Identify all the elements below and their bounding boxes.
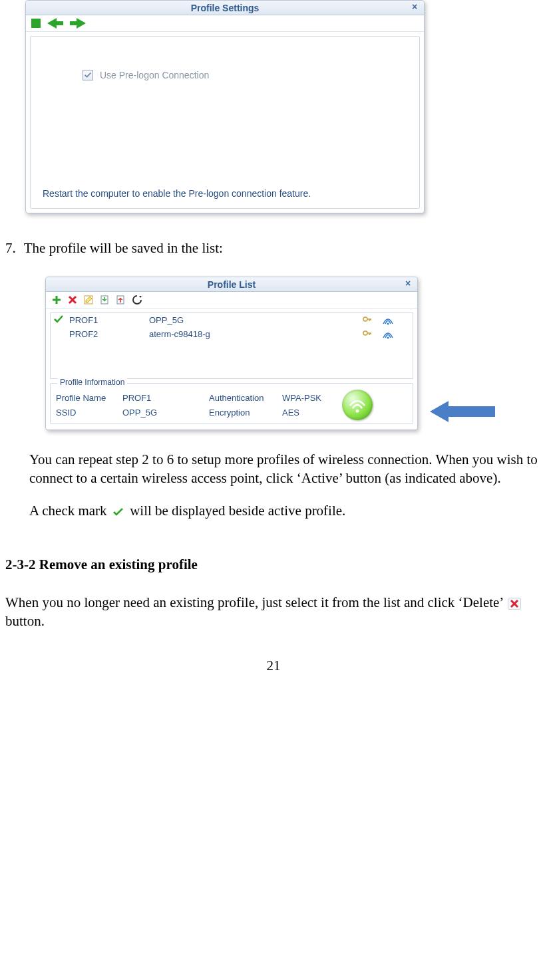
svg-point-17 [387, 336, 389, 338]
profile-ssid: OPP_5G [149, 315, 362, 325]
key-icon [362, 328, 379, 340]
key-icon [362, 314, 379, 326]
active-check-icon [53, 314, 69, 326]
svg-point-13 [363, 331, 367, 335]
settings-body: Use Pre-logon Connection Restart the com… [30, 36, 420, 209]
paragraph: You can repeat step 2 to 6 to setup more… [29, 450, 542, 488]
refresh-icon[interactable] [131, 295, 143, 305]
back-icon[interactable] [47, 18, 63, 29]
add-icon[interactable] [51, 295, 62, 305]
forward-icon[interactable] [70, 18, 86, 29]
svg-point-8 [363, 317, 367, 321]
wifi-icon [347, 395, 367, 415]
delete-icon[interactable] [67, 295, 78, 305]
stop-icon[interactable] [31, 19, 41, 28]
profile-name: PROF2 [69, 329, 149, 339]
activate-button[interactable] [342, 390, 373, 420]
paragraph: A check mark will be displayed beside ac… [29, 501, 542, 520]
profile-settings-window: Profile Settings × Use Pre-logon Connect… [25, 0, 425, 213]
profile-ssid: aterm-c98418-g [149, 329, 362, 339]
step-number: 7. [5, 240, 16, 257]
label-encryption: Encryption [209, 408, 282, 418]
paragraph: When you no longer need an existing prof… [5, 593, 542, 631]
svg-point-12 [387, 322, 389, 324]
label-ssid: SSID [56, 408, 122, 418]
settings-toolbar [26, 15, 424, 32]
profile-information-box: Profile Information Profile Name PROF1 A… [50, 383, 413, 424]
step-7: 7. The profile will be saved in the list… [5, 240, 542, 257]
value-ssid: OPP_5G [122, 408, 209, 418]
profile-row[interactable]: PROF2 aterm-c98418-g [51, 327, 413, 341]
prelogon-checkbox[interactable] [83, 70, 93, 80]
step-text: The profile will be saved in the list: [24, 240, 223, 257]
settings-note: Restart the computer to enable the Pre-l… [43, 188, 407, 199]
edit-icon[interactable] [83, 295, 94, 305]
fieldset-legend: Profile Information [57, 378, 127, 387]
pointer-arrow-icon [430, 401, 495, 422]
value-encryption: AES [282, 408, 342, 418]
value-profile-name: PROF1 [122, 393, 209, 403]
label-authentication: Authentication [209, 393, 282, 403]
profile-list-window: Profile List × PROF1 OPP_5G [45, 277, 418, 430]
window-title-bar: Profile Settings × [26, 1, 424, 15]
delete-icon [508, 598, 521, 610]
window-title: Profile List [208, 279, 256, 290]
close-icon[interactable]: × [403, 279, 413, 289]
export-icon[interactable] [115, 295, 126, 305]
close-icon[interactable]: × [409, 2, 420, 13]
signal-icon [379, 316, 397, 325]
label-profile-name: Profile Name [56, 393, 122, 403]
profile-name: PROF1 [69, 315, 149, 325]
window-title: Profile Settings [191, 3, 260, 13]
prelogon-checkbox-label: Use Pre-logon Connection [100, 70, 209, 80]
import-icon[interactable] [99, 295, 110, 305]
page-number: 21 [5, 658, 542, 674]
value-authentication: WPA-PSK [282, 393, 342, 403]
section-heading: 2-3-2 Remove an existing profile [5, 556, 542, 573]
svg-marker-7 [139, 296, 142, 298]
signal-icon [379, 330, 397, 339]
check-mark-icon [112, 506, 125, 518]
svg-point-18 [356, 410, 359, 413]
window-title-bar: Profile List × [46, 277, 417, 292]
profile-list-toolbar [46, 292, 417, 308]
profile-row[interactable]: PROF1 OPP_5G [51, 313, 413, 327]
profile-list: PROF1 OPP_5G PROF2 aterm-c98418-g [50, 312, 413, 379]
